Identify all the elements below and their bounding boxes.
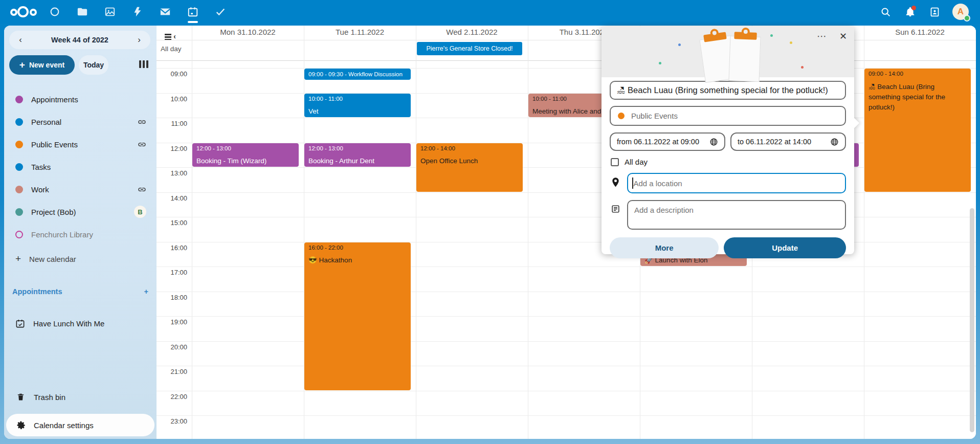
next-week-button[interactable]: › (135, 35, 143, 45)
logo-circle (30, 9, 37, 16)
avatar-letter: A (957, 7, 964, 17)
photos-icon[interactable] (103, 5, 117, 18)
event-title: Vet (308, 106, 407, 117)
new-event-button[interactable]: + New event (9, 55, 75, 75)
hour-gridline (157, 341, 976, 342)
end-date-input[interactable]: to 06.11.2022 at 14:00 (730, 132, 846, 151)
day-header[interactable]: Sun 6.11.2022 (864, 28, 976, 39)
hour-label: 23:00 (157, 417, 187, 425)
timezone-globe-icon[interactable] (830, 138, 839, 146)
event-title: Pierre's General Store Closed! (426, 45, 513, 52)
notifications-bell-icon[interactable] (903, 5, 917, 18)
sidebar-calendar-item[interactable]: Personal (4, 110, 157, 133)
hour-label: 22:00 (157, 393, 187, 401)
calendar-event[interactable]: 12:00 - 13:00Booking - Tim (Wizard) (192, 143, 299, 167)
calendar-event[interactable]: 12:00 - 13:00Booking - Arthur Dent (304, 143, 411, 167)
day-header[interactable]: Wed 2.11.2022 (416, 28, 528, 39)
calendar-event[interactable]: 09:00 - 09:30 - Workflow Discussion (304, 69, 411, 80)
sidebar-calendar-item[interactable]: Appointments (4, 88, 157, 110)
sidebar-calendar-item[interactable]: Project (Bob)B (4, 201, 157, 223)
calendar-settings-button[interactable]: Calendar settings (6, 414, 154, 436)
update-button[interactable]: Update (724, 237, 846, 258)
sidebar-calendar-item[interactable]: Fenchurch Library (4, 223, 157, 246)
calendar-label: Fenchurch Library (31, 230, 146, 239)
previous-week-button[interactable]: ‹ (16, 35, 25, 45)
hour-label: 10:00 (157, 95, 187, 103)
calendar-color-dot (15, 118, 23, 126)
shared-link-icon[interactable] (138, 118, 146, 126)
nextcloud-logo[interactable] (10, 6, 37, 18)
allday-checkbox[interactable] (611, 158, 619, 166)
event-editor-popup: ⋯ ✕ 🏖 Beach Luau (Bring something specia… (602, 26, 854, 254)
calendar-color-dot (15, 96, 23, 103)
day-header[interactable]: Mon 31.10.2022 (192, 28, 304, 39)
allday-event[interactable]: Pierre's General Store Closed! (417, 42, 522, 55)
activity-icon[interactable] (131, 5, 144, 18)
event-title: 🏖 Beach Luau (Bring something special fo… (868, 82, 967, 113)
hour-gridline (157, 415, 976, 416)
allday-checkbox-row[interactable]: All day (611, 158, 846, 166)
mail-icon[interactable] (159, 5, 172, 18)
event-title-input[interactable]: 🏖 Beach Luau (Bring something special fo… (610, 81, 846, 100)
start-date-input[interactable]: from 06.11.2022 at 09:00 (610, 132, 725, 151)
event-title: 😎 Hackathon (308, 255, 407, 265)
vertical-scrollbar-thumb[interactable] (970, 208, 974, 432)
new-calendar-button[interactable]: + New calendar (4, 248, 157, 270)
today-button[interactable]: Today (79, 55, 108, 75)
calendar-icon[interactable] (186, 5, 199, 18)
calendar-event[interactable]: 09:00 - 14:00🏖 Beach Luau (Bring somethi… (864, 69, 971, 192)
view-toggle-icon[interactable] (139, 60, 148, 68)
calendar-color-dot (15, 186, 23, 193)
day-header[interactable]: Tue 1.11.2022 (304, 28, 416, 39)
user-avatar[interactable]: A (952, 4, 969, 20)
more-button[interactable]: More (610, 237, 719, 258)
calendar-label: Tasks (31, 163, 146, 171)
dashboard-icon[interactable] (48, 5, 61, 18)
contacts-icon[interactable] (928, 5, 941, 18)
popup-close-icon[interactable]: ✕ (839, 31, 847, 42)
sidebar-calendar-item[interactable]: Work (4, 178, 157, 201)
event-title-value: 🏖 Beach Luau (Bring something special fo… (617, 85, 828, 95)
calendar-event[interactable]: 12:00 - 14:00Open Office Lunch (416, 143, 523, 192)
description-textarea[interactable]: Add a description (627, 200, 846, 230)
hour-gridline (157, 292, 976, 292)
calendar-label: Personal (31, 118, 138, 126)
hour-label: 18:00 (157, 294, 187, 301)
timezone-globe-icon[interactable] (709, 138, 718, 146)
hour-label: 20:00 (157, 343, 187, 351)
hour-gridline (157, 366, 976, 366)
trash-bin-button[interactable]: Trash bin (4, 386, 157, 408)
plus-icon: + (15, 253, 21, 264)
files-icon[interactable] (76, 5, 89, 18)
description-icon (610, 205, 621, 213)
shared-link-icon[interactable] (138, 185, 146, 194)
add-appointment-button[interactable]: + (144, 287, 148, 296)
shared-link-icon[interactable] (138, 140, 146, 149)
calendar-label: Appointments (31, 95, 146, 104)
calendar-color-dot (15, 163, 23, 171)
calendar-event[interactable]: 16:00 - 22:00😎 Hackathon (304, 242, 411, 390)
gear-icon (16, 420, 26, 430)
tasks-icon[interactable] (214, 5, 227, 18)
calendar-picker-select[interactable]: Public Events (610, 106, 846, 126)
calendar-event[interactable]: 10:00 - 11:00Vet (304, 94, 411, 118)
nextcloud-calendar-app: { "topbar": { "apps": [ {"name": "dashbo… (0, 0, 980, 444)
location-pin-icon (610, 177, 621, 187)
dates-row: from 06.11.2022 at 09:00 to 06.11.2022 a… (610, 132, 846, 151)
popup-actions-menu-icon[interactable]: ⋯ (817, 30, 827, 42)
sidebar-item-have-lunch-with-me[interactable]: Have Lunch With Me (4, 312, 157, 335)
sidebar-calendar-item[interactable]: Public Events (4, 133, 157, 156)
trash-icon (16, 392, 25, 402)
description-row: Add a description (610, 200, 846, 230)
calendar-label: Work (31, 185, 138, 194)
plus-icon: + (19, 59, 25, 71)
event-title: Open Office Lunch (420, 156, 519, 166)
calendar-label: Project (Bob) (31, 208, 134, 216)
search-icon[interactable] (879, 5, 892, 18)
calendar-color-dot (15, 208, 23, 216)
sidebar-calendar-item[interactable]: Tasks (4, 156, 157, 178)
location-input[interactable]: Add a location (627, 173, 846, 193)
hour-label: 17:00 (157, 269, 187, 276)
app-navigation (48, 5, 227, 18)
event-time: 10:00 - 11:00 (308, 96, 407, 102)
